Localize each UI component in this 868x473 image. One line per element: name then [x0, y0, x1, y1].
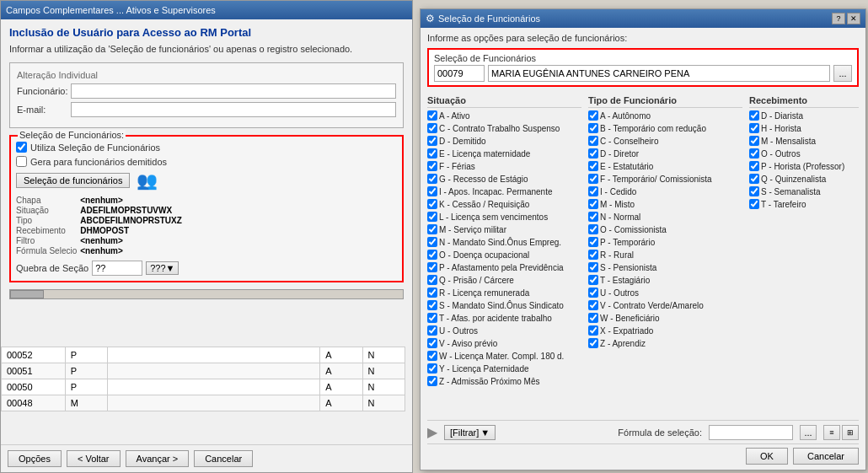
situacao-text-15: S - Mandato Sind.Ônus Sindicato	[439, 300, 564, 311]
situacao-cb-14[interactable]	[427, 288, 437, 298]
tipo-cb-5[interactable]	[588, 174, 598, 184]
situacao-cb-20[interactable]	[427, 363, 437, 374]
tipo-cb-4[interactable]	[588, 161, 598, 171]
tipo-cb-13[interactable]	[588, 275, 598, 285]
formula-sel-input[interactable]	[709, 425, 793, 440]
quebra-button[interactable]: ???▼	[146, 261, 179, 275]
tipo-text-7: M - Misto	[600, 199, 635, 210]
tipo-cb-9[interactable]	[588, 224, 598, 234]
tipo-cb-17[interactable]	[588, 325, 598, 336]
situacao-cb-9[interactable]	[427, 224, 437, 234]
formula-browse-button[interactable]: ...	[800, 425, 817, 440]
selecao-funcionarios-button[interactable]: Seleção de funcionários	[16, 173, 130, 188]
avancar-button[interactable]: Avançar >	[126, 450, 190, 467]
tipo-cb-1[interactable]	[588, 123, 598, 133]
grid-view-btn-2[interactable]: ⊞	[842, 425, 859, 440]
funcionario-input[interactable]	[71, 83, 396, 99]
situacao-cb-16[interactable]	[427, 313, 437, 323]
situacao-cb-2[interactable]	[427, 136, 437, 146]
ok-button[interactable]: OK	[746, 448, 788, 465]
tipo-cb-12[interactable]	[588, 262, 598, 272]
situacao-item-0: A - Ativo	[427, 110, 581, 121]
situacao-cb-0[interactable]	[427, 110, 437, 121]
recebimento-item-1: H - Horista	[749, 123, 859, 134]
tipo-cb-14[interactable]	[588, 288, 598, 298]
recebimento-cb-3[interactable]	[749, 148, 759, 159]
cancelar-button[interactable]: Cancelar	[194, 450, 253, 467]
opcoes-button[interactable]: Opções	[8, 450, 62, 467]
dialog-title-icon: ⚙	[426, 13, 435, 24]
table-row-2: 00050PAN	[2, 379, 405, 395]
tipo-item-7: M - Misto	[588, 199, 742, 210]
scroll-thumb[interactable]	[10, 290, 44, 298]
table-cell-1-0: 00051	[2, 363, 66, 379]
situacao-item-20: Y - Licença Paternidade	[427, 363, 581, 374]
gera-checkbox[interactable]	[16, 156, 27, 167]
situacao-cb-17[interactable]	[427, 325, 437, 336]
situacao-key: Situação	[16, 206, 77, 215]
situacao-text-13: Q - Prisão / Cárcere	[439, 275, 514, 286]
situacao-cb-4[interactable]	[427, 161, 437, 171]
tipo-item-13: T - Estagiário	[588, 275, 742, 286]
horizontal-scrollbar[interactable]	[9, 289, 404, 299]
tipo-cb-2[interactable]	[588, 136, 598, 146]
quebra-input[interactable]	[92, 261, 142, 276]
situacao-cb-3[interactable]	[427, 148, 437, 159]
recebimento-cb-4[interactable]	[749, 161, 759, 171]
situacao-items: A - AtivoC - Contrato Trabalho SuspensoD…	[427, 110, 581, 387]
table-cell-0-0: 00052	[2, 347, 66, 363]
situacao-cb-15[interactable]	[427, 300, 437, 310]
email-input[interactable]	[71, 102, 396, 117]
situacao-item-10: N - Mandato Sind.Ônus Empreg.	[427, 237, 581, 248]
tipo-cb-11[interactable]	[588, 250, 598, 260]
recebimento-cb-1[interactable]	[749, 123, 759, 133]
recebimento-cb-0[interactable]	[749, 110, 759, 121]
chapa-name-input[interactable]	[488, 65, 830, 82]
situacao-cb-5[interactable]	[427, 174, 437, 184]
voltar-button[interactable]: < Voltar	[67, 450, 121, 467]
tipo-cb-0[interactable]	[588, 110, 598, 121]
situacao-item-21: Z - Admissão Próximo Mês	[427, 376, 581, 387]
tipo-cb-15[interactable]	[588, 300, 598, 310]
situacao-cb-10[interactable]	[427, 237, 437, 247]
situacao-cb-11[interactable]	[427, 250, 437, 260]
situacao-cb-13[interactable]	[427, 275, 437, 285]
tipo-item-14: U - Outros	[588, 288, 742, 298]
chapa-browse-button[interactable]: ...	[833, 65, 852, 82]
situacao-cb-1[interactable]	[427, 123, 437, 133]
dialog-cancelar-button[interactable]: Cancelar	[793, 448, 859, 465]
recebimento-cb-5[interactable]	[749, 174, 759, 184]
situacao-cb-7[interactable]	[427, 199, 437, 209]
grid-view-btn-1[interactable]: ≡	[823, 425, 840, 440]
recebimento-cb-2[interactable]	[749, 136, 759, 146]
tipo-cb-7[interactable]	[588, 199, 598, 209]
situacao-cb-6[interactable]	[427, 186, 437, 196]
filter-button[interactable]: [Filtrar] ▼	[444, 425, 496, 440]
situacao-cb-18[interactable]	[427, 338, 437, 348]
tipo-item-17: X - Expatriado	[588, 325, 742, 336]
situacao-text-1: C - Contrato Trabalho Suspenso	[439, 123, 560, 134]
utiliza-checkbox[interactable]	[16, 142, 27, 153]
funcionario-row: Funcionário:	[17, 83, 396, 99]
situacao-cb-21[interactable]	[427, 376, 437, 386]
dialog-title-text: Seleção de Funcionários	[438, 13, 540, 24]
situacao-cb-12[interactable]	[427, 262, 437, 272]
situacao-text-3: E - Licença maternidade	[439, 148, 530, 159]
situacao-cb-8[interactable]	[427, 212, 437, 222]
situacao-cb-19[interactable]	[427, 351, 437, 361]
recebimento-cb-7[interactable]	[749, 199, 759, 209]
tipo-cb-8[interactable]	[588, 212, 598, 222]
dialog-close-button[interactable]: ✕	[847, 13, 860, 24]
recebimento-cb-6[interactable]	[749, 186, 759, 196]
person-icon: 👥	[137, 170, 158, 191]
table-cell-3-1: M	[65, 395, 107, 411]
tipo-cb-16[interactable]	[588, 313, 598, 323]
tipo-cb-18[interactable]	[588, 338, 598, 348]
situacao-text-9: M - Serviço militar	[439, 224, 506, 235]
chapa-number-input[interactable]	[434, 65, 485, 82]
tipo-cb-3[interactable]	[588, 148, 598, 159]
tipo-cb-10[interactable]	[588, 237, 598, 247]
table-cell-1-4: N	[362, 363, 405, 379]
tipo-cb-6[interactable]	[588, 186, 598, 196]
dialog-help-button[interactable]: ?	[832, 13, 845, 24]
